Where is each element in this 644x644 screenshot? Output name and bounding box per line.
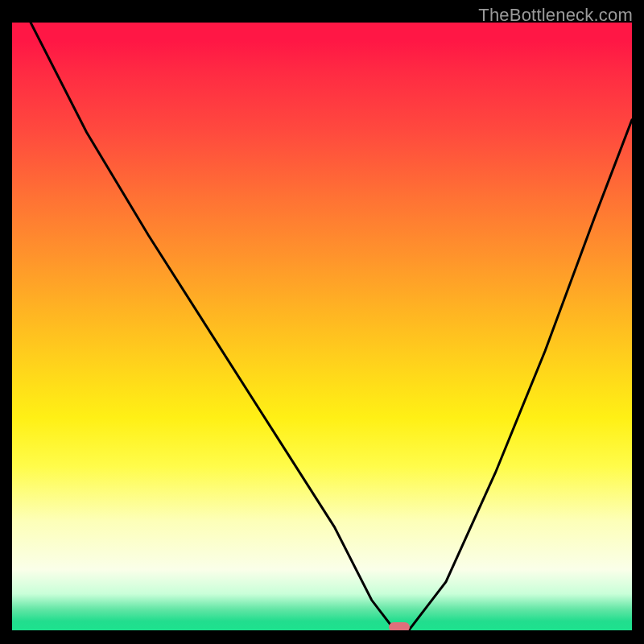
bottleneck-curve-line bbox=[31, 23, 632, 630]
bottleneck-curve-svg bbox=[12, 23, 632, 630]
chart-frame: TheBottleneck.com bbox=[0, 0, 644, 644]
plot-area bbox=[12, 23, 632, 630]
optimal-point-marker bbox=[389, 622, 410, 630]
